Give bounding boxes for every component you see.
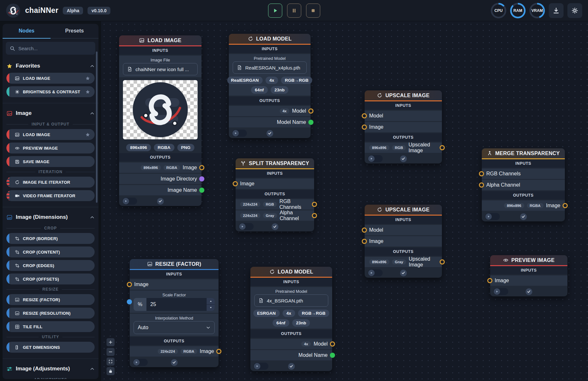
file-select-button[interactable]: RealESRGAN_x4plus.pth <box>233 61 307 74</box>
node-load-model-1[interactable]: LOAD MODEL INPUTS Pretrained Model RealE… <box>229 34 311 138</box>
sidebar-item-resize-factor[interactable]: RESIZE (FACTOR) <box>6 294 95 305</box>
interpolation-select[interactable]: Auto <box>134 321 215 334</box>
output-handle-rgb-channels[interactable] <box>312 202 317 207</box>
run-button[interactable] <box>268 4 282 18</box>
node-valid-check[interactable] <box>266 130 273 137</box>
node-valid-check[interactable] <box>526 288 532 295</box>
input-handle-model[interactable] <box>362 228 367 233</box>
node-valid-check[interactable] <box>520 213 527 220</box>
node-header[interactable]: MERGE TRANSPARENCY <box>482 148 565 159</box>
output-handle-directory[interactable] <box>199 176 204 181</box>
input-handle-rgb-channels[interactable] <box>479 171 484 176</box>
node-toggle[interactable] <box>368 155 383 162</box>
node-header[interactable]: LOAD IMAGE <box>119 35 201 46</box>
node-header[interactable]: LOAD MODEL <box>229 34 311 45</box>
output-handle-model[interactable] <box>308 108 313 114</box>
node-upscale-image-2[interactable]: UPSCALE IMAGE INPUTS Model Image OUTPUTS… <box>365 205 442 278</box>
output-handle-name[interactable] <box>330 353 335 358</box>
node-toggle[interactable] <box>254 363 268 370</box>
node-toggle[interactable] <box>122 198 137 205</box>
sidebar-item-crop-content[interactable]: CROP (CONTENT) <box>6 246 95 257</box>
input-handle-image[interactable] <box>487 278 492 283</box>
favorite-star-icon[interactable] <box>85 76 90 81</box>
stop-button[interactable] <box>306 4 320 18</box>
category-header-image-dimensions[interactable]: Image (Dimensions) <box>6 210 95 224</box>
input-handle-scale-factor[interactable] <box>127 299 132 304</box>
zoom-in-button[interactable] <box>107 338 115 346</box>
input-handle-image[interactable] <box>233 181 238 186</box>
category-header-image[interactable]: Image <box>6 107 95 120</box>
category-header-image-adjustments[interactable]: Image (Adjustments) <box>6 362 95 376</box>
node-valid-check[interactable] <box>400 270 407 276</box>
node-resize-factor[interactable]: RESIZE (FACTOR) INPUTS Image Scale Facto… <box>130 259 219 367</box>
sidebar-item-tile-fill[interactable]: TILE FILL <box>6 321 95 332</box>
node-header[interactable]: PREVIEW IMAGE <box>490 255 567 266</box>
zoom-out-button[interactable] <box>107 348 115 356</box>
node-preview-image[interactable]: PREVIEW IMAGE INPUTS Image <box>490 255 567 296</box>
node-valid-check[interactable] <box>272 223 278 230</box>
node-header[interactable]: UPSCALE IMAGE <box>365 90 442 101</box>
node-merge-transparency[interactable]: MERGE TRANSPARENCY INPUTS RGB Channels A… <box>482 148 565 221</box>
node-valid-check[interactable] <box>157 198 164 205</box>
pause-button[interactable] <box>287 4 301 18</box>
output-handle-name[interactable] <box>199 188 204 193</box>
input-handle-image[interactable] <box>127 282 132 287</box>
output-handle-image[interactable] <box>199 165 204 170</box>
output-handle-upscaled-image[interactable] <box>440 259 445 265</box>
input-handle-model[interactable] <box>362 113 367 118</box>
file-select-button[interactable]: 4x_BSRGAN.pth <box>254 294 328 307</box>
fit-view-button[interactable] <box>107 358 115 366</box>
sidebar-scrollbar[interactable] <box>96 51 98 203</box>
favorite-star-icon[interactable] <box>85 89 90 94</box>
node-toggle[interactable] <box>368 269 383 276</box>
output-handle-name[interactable] <box>308 120 313 125</box>
node-upscale-image-1[interactable]: UPSCALE IMAGE INPUTS Model Image OUTPUTS… <box>365 90 442 163</box>
node-header[interactable]: RESIZE (FACTOR) <box>130 259 219 270</box>
node-header[interactable]: SPLIT TRANSPARENCY <box>236 158 314 169</box>
scale-factor-stepper[interactable]: % 25 <box>134 298 215 311</box>
node-toggle[interactable] <box>239 223 254 230</box>
node-toggle[interactable] <box>485 213 500 220</box>
tab-nodes[interactable]: Nodes <box>3 24 51 38</box>
step-down-button[interactable] <box>207 304 215 311</box>
output-handle-image[interactable] <box>563 203 568 208</box>
input-handle-image[interactable] <box>362 239 367 244</box>
sidebar-item-crop-edges[interactable]: CROP (EDGES) <box>6 260 95 271</box>
node-valid-check[interactable] <box>400 155 407 162</box>
node-header[interactable]: LOAD MODEL <box>250 267 332 278</box>
node-load-model-2[interactable]: LOAD MODEL INPUTS Pretrained Model 4x_BS… <box>250 267 332 371</box>
lock-button[interactable] <box>107 367 115 375</box>
output-handle-model[interactable] <box>330 341 335 347</box>
node-valid-check[interactable] <box>171 359 178 366</box>
search-input[interactable] <box>18 46 91 51</box>
sidebar-item-resize-resolution[interactable]: RESIZE (RESOLUTION) <box>6 308 95 319</box>
tab-presets[interactable]: Presets <box>51 24 98 38</box>
settings-button[interactable] <box>567 3 582 18</box>
sidebar-item-image-file-iterator[interactable]: IMAGE FILE ITERATOR <box>6 177 95 188</box>
category-header-favorites[interactable]: Favorites <box>6 59 95 73</box>
favorite-star-icon[interactable] <box>85 132 90 137</box>
sidebar-item-save-image[interactable]: SAVE IMAGE <box>6 156 95 167</box>
node-split-transparency[interactable]: SPLIT TRANSPARENCY INPUTS Image OUTPUTS … <box>236 158 314 231</box>
node-toggle[interactable] <box>493 288 508 295</box>
sidebar-item-brightness-contrast[interactable]: BRIGHTNESS & CONTRAST <box>6 86 95 97</box>
node-load-image[interactable]: LOAD IMAGE INPUTS Image File chaiNNer ne… <box>119 35 201 206</box>
node-toggle[interactable] <box>133 359 148 366</box>
scale-factor-value[interactable]: 25 <box>146 298 206 311</box>
sidebar-item-load-image[interactable]: LOAD IMAGE <box>6 73 95 84</box>
sidebar-item-crop-border[interactable]: CROP (BORDER) <box>6 233 95 244</box>
search-box[interactable] <box>6 42 95 55</box>
file-select-button[interactable]: chaiNNer new icon full ... <box>123 63 198 75</box>
node-valid-check[interactable] <box>288 363 295 370</box>
sidebar-item-get-dimensions[interactable]: GET DIMENSIONS <box>6 342 95 353</box>
sidebar-item-crop-offsets[interactable]: CROP (OFFSETS) <box>6 274 95 284</box>
output-handle-upscaled-image[interactable] <box>440 145 445 150</box>
download-button[interactable] <box>549 3 564 18</box>
sidebar-item-load-image[interactable]: LOAD IMAGE <box>6 129 95 140</box>
input-handle-image[interactable] <box>362 125 367 130</box>
node-header[interactable]: UPSCALE IMAGE <box>365 205 442 216</box>
sidebar-item-video-frame-iterator[interactable]: VIDEO FRAME ITERATOR <box>6 190 95 201</box>
node-toggle[interactable] <box>232 130 247 137</box>
output-handle-image[interactable] <box>216 349 221 354</box>
sidebar-item-preview-image[interactable]: PREVIEW IMAGE <box>6 143 95 153</box>
